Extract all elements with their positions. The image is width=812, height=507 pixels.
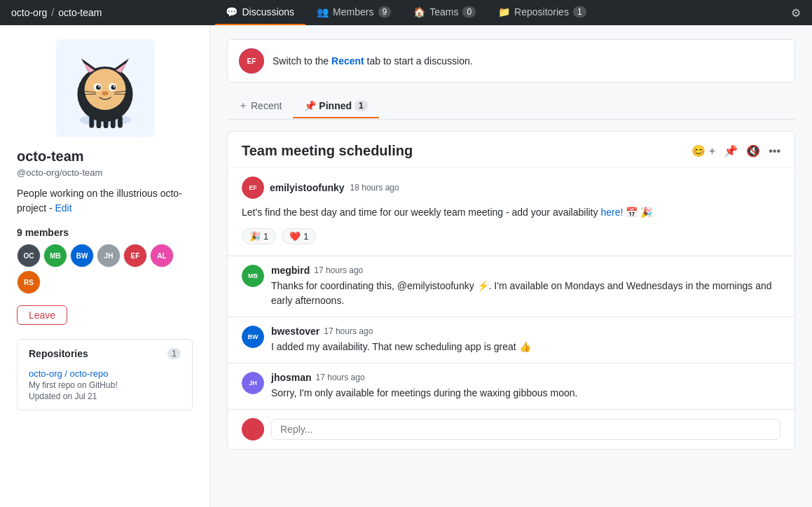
repositories-badge: 1: [573, 6, 586, 18]
reaction-heart[interactable]: ❤️ 1: [282, 228, 316, 244]
body-link[interactable]: here!: [600, 207, 623, 218]
pinned-tab-label: Pinned: [319, 100, 352, 111]
separator: /: [51, 7, 54, 18]
banner-text-after: tab to start a discussion.: [364, 55, 473, 67]
member-avatar[interactable]: JH: [97, 244, 121, 268]
body-text-after: 📅 🎉: [623, 207, 652, 218]
reaction-party[interactable]: 🎉 1: [242, 228, 276, 244]
svg-rect-20: [103, 118, 108, 128]
teams-icon: 🏠: [413, 6, 425, 18]
comment-1-time: 17 hours ago: [324, 326, 373, 336]
team-description: People working on the illustrious octo-p…: [17, 186, 193, 216]
pin-icon[interactable]: 📌: [724, 144, 738, 158]
comment-2-body: Sorry, I'm only available for meetings d…: [271, 386, 780, 401]
leave-button[interactable]: Leave: [17, 305, 67, 325]
member-avatar[interactable]: BW: [70, 244, 94, 268]
comment-0-avatar: MB: [242, 265, 264, 287]
discussion-title: Team meeting scheduling: [242, 143, 413, 159]
description-text: People working on the illustrious octo-p…: [17, 188, 182, 214]
members-label: Members: [333, 6, 373, 18]
description-edit-link[interactable]: Edit: [55, 202, 71, 214]
repo-description: My first repo on GitHub!: [29, 380, 181, 390]
member-avatar[interactable]: AL: [150, 244, 174, 268]
pinned-tab-icon: 📌: [304, 100, 316, 111]
team-avatar: [56, 39, 154, 137]
comment-2-time: 17 hours ago: [316, 373, 365, 382]
repos-header: Repositories 1: [29, 348, 181, 359]
comment-2-author[interactable]: jhosman: [271, 372, 312, 383]
member-avatar[interactable]: MB: [43, 244, 67, 268]
banner-avatar: EF: [239, 48, 264, 74]
more-icon[interactable]: •••: [769, 145, 780, 158]
sidebar: octo-team @octo-org/octo-team People wor…: [0, 25, 210, 507]
settings-icon[interactable]: ⚙: [791, 6, 801, 20]
tab-repositories[interactable]: 📁 Repositories 1: [487, 0, 598, 25]
member-avatars: OC MB BW JH EF AL RS: [17, 244, 193, 294]
main-content: EF Switch to the Recent tab to start a d…: [210, 25, 812, 507]
pinned-tab-badge: 1: [355, 100, 368, 111]
banner-message: Switch to the Recent tab to start a disc…: [273, 55, 473, 67]
discussion-card: Team meeting scheduling 😊 + 📌 🔇 ••• EF e…: [227, 131, 795, 450]
discussions-label: Discussions: [242, 6, 294, 18]
comment-0-time: 17 hours ago: [314, 265, 363, 275]
org-link[interactable]: octo-org: [11, 7, 47, 18]
comment-1-avatar: BW: [242, 326, 264, 348]
svg-point-10: [111, 85, 116, 90]
svg-point-12: [113, 86, 114, 88]
comment-2: JH jhosman 17 hours ago Sorry, I'm only …: [228, 363, 794, 410]
members-badge: 9: [378, 6, 391, 18]
comment-0-author[interactable]: megbird: [271, 265, 310, 276]
reply-box: [228, 410, 794, 449]
octocat-logo: [60, 43, 151, 134]
discussion-tabs: ＋ Recent 📌 Pinned 1: [227, 94, 795, 120]
comment-2-avatar: JH: [242, 372, 264, 394]
comment-0: MB megbird 17 hours ago Thanks for coord…: [228, 256, 794, 317]
reaction-party-emoji: 🎉: [249, 231, 261, 242]
svg-point-9: [96, 85, 101, 90]
react-icon[interactable]: 😊 +: [691, 144, 715, 158]
post-author-name[interactable]: emilyistoofunky: [270, 182, 345, 193]
team-handle: @octo-org/octo-team: [17, 167, 193, 178]
mute-icon[interactable]: 🔇: [746, 144, 760, 158]
reply-input[interactable]: [271, 419, 780, 440]
post-author-avatar: EF: [242, 176, 264, 199]
reaction-heart-emoji: ❤️: [289, 231, 301, 242]
main-layout: octo-team @octo-org/octo-team People wor…: [0, 25, 812, 507]
comment-0-author-row: megbird 17 hours ago: [271, 265, 780, 276]
members-count-label: 9 members: [17, 227, 193, 238]
repo-link[interactable]: octo-org / octo-repo: [29, 368, 108, 379]
team-name: octo-team: [17, 148, 193, 165]
member-avatar[interactable]: RS: [17, 270, 41, 294]
banner-recent-link[interactable]: Recent: [331, 55, 364, 67]
repos-title: Repositories: [29, 348, 88, 359]
comment-1: BW bwestover 17 hours ago I added my ava…: [228, 317, 794, 363]
post-body: Let's find the best day and time for our…: [242, 204, 780, 220]
repositories-icon: 📁: [498, 6, 510, 18]
body-text-before: Let's find the best day and time for our…: [242, 207, 600, 218]
tab-pinned[interactable]: 📌 Pinned 1: [293, 95, 378, 118]
reactions: 🎉 1 ❤️ 1: [242, 228, 780, 244]
tab-discussions[interactable]: 💬 Discussions: [214, 0, 305, 25]
repositories-section: Repositories 1 octo-org / octo-repo My f…: [17, 339, 193, 410]
teams-badge: 0: [462, 6, 476, 18]
nav-tabs: 💬 Discussions 👥 Members 9 🏠 Teams 0 📁 Re…: [214, 0, 597, 25]
switch-banner: EF Switch to the Recent tab to start a d…: [227, 39, 795, 83]
comment-1-body: I added my availability. That new schedu…: [271, 340, 780, 354]
svg-point-11: [98, 86, 99, 88]
post-author-row: EF emilyistoofunky 18 hours ago: [242, 176, 780, 199]
comment-1-content: bwestover 17 hours ago I added my availa…: [271, 326, 780, 354]
banner-avatar-img: EF: [239, 48, 264, 74]
reaction-party-count: 1: [263, 231, 268, 242]
recent-tab-icon: ＋: [238, 99, 248, 112]
team-link[interactable]: octo-team: [58, 7, 102, 18]
tab-recent[interactable]: ＋ Recent: [227, 94, 293, 119]
tab-members[interactable]: 👥 Members 9: [305, 0, 402, 25]
members-icon: 👥: [317, 6, 329, 18]
comment-1-author[interactable]: bwestover: [271, 326, 319, 337]
recent-tab-label: Recent: [251, 100, 282, 111]
tab-teams[interactable]: 🏠 Teams 0: [402, 0, 487, 25]
svg-rect-19: [96, 117, 101, 128]
member-avatar[interactable]: EF: [123, 244, 147, 268]
member-avatar[interactable]: OC: [17, 244, 41, 268]
discussion-header: Team meeting scheduling 😊 + 📌 🔇 •••: [228, 132, 794, 168]
